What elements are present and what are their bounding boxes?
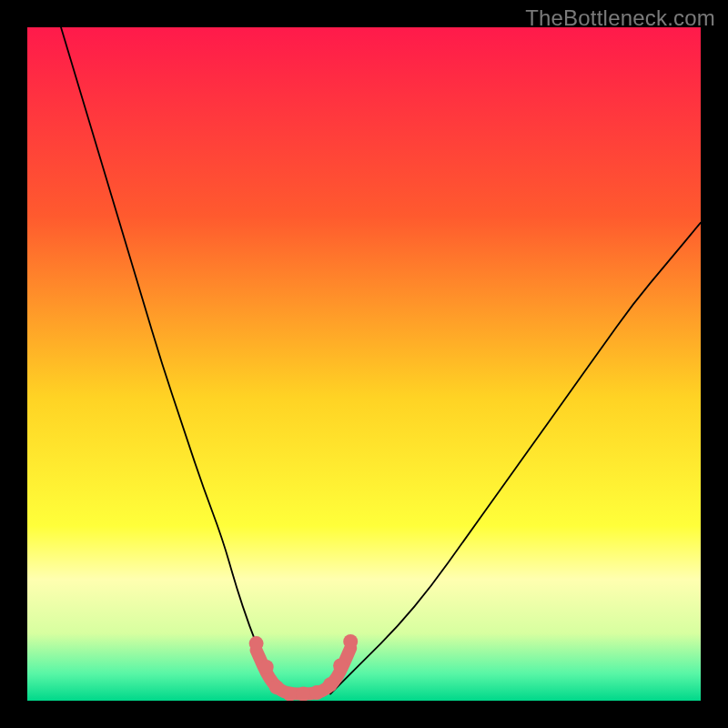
marker: [283, 687, 298, 701]
plot-background: [27, 27, 701, 701]
marker: [249, 636, 264, 651]
marker: [296, 687, 310, 701]
marker: [269, 680, 284, 694]
chart-frame: TheBottleneck.com: [0, 0, 728, 728]
marker: [309, 685, 324, 700]
bottleneck-chart: [27, 27, 701, 701]
marker: [259, 660, 274, 674]
marker: [333, 659, 348, 673]
marker: [343, 634, 358, 649]
watermark-text: TheBottleneck.com: [525, 5, 715, 31]
marker: [323, 677, 338, 692]
